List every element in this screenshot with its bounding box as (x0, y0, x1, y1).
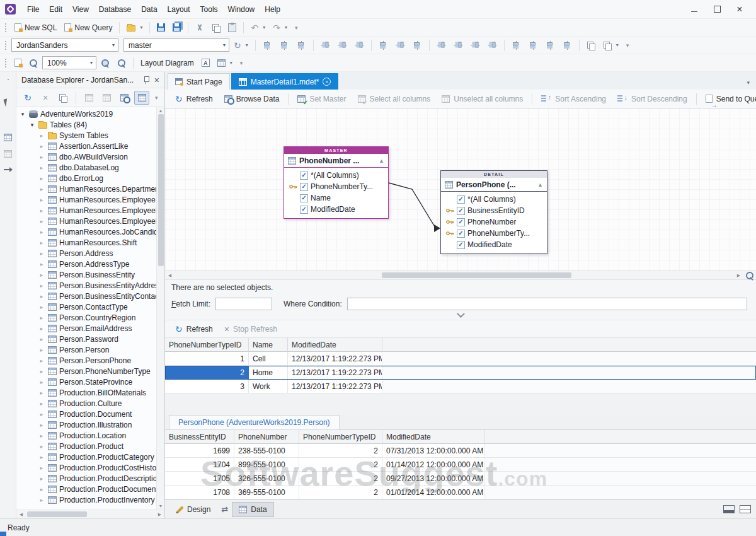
tree-item[interactable]: ▸Person.Password (16, 334, 156, 344)
chevron-collapsed-icon[interactable]: ▸ (38, 250, 45, 257)
new-sql-button[interactable]: New SQL (11, 22, 60, 33)
align-left-edges-button[interactable] (260, 40, 275, 51)
column-checkbox[interactable] (457, 218, 465, 226)
cut-button[interactable] (192, 22, 207, 33)
entity-column-row[interactable]: PhoneNumber (445, 217, 543, 227)
grid-cell[interactable]: 12/13/2017 1:19:22.273 PM (288, 366, 382, 380)
send-to-back-button[interactable] (600, 40, 622, 51)
tree-item[interactable]: ▸Person.PersonPhone (16, 355, 156, 366)
chevron-expanded-icon[interactable]: ▾ (19, 111, 26, 117)
column-checkbox[interactable] (457, 207, 465, 215)
align-middles-button[interactable] (335, 40, 350, 51)
increase-vertical-spacing-button[interactable] (525, 40, 541, 51)
undo-button[interactable]: ↶ (248, 22, 268, 33)
scroll-left-icon[interactable]: ◀ (165, 273, 175, 278)
explorer-horizontal-scrollbar[interactable]: ◀ ▶ (16, 510, 164, 518)
chevron-collapsed-icon[interactable]: ▸ (38, 143, 45, 149)
grid-cell[interactable]: 2 (299, 458, 382, 472)
entity-column-row[interactable]: BusinessEntityID (445, 206, 543, 216)
unselect-all-columns-button[interactable]: Unselect all columns (437, 93, 528, 105)
diagram-canvas[interactable]: MASTER PhoneNumber ... ▲ *(All Columns)P… (165, 108, 756, 271)
select-all-columns-button[interactable]: Select all columns (353, 93, 436, 105)
tree-item[interactable]: ▸Person.CountryRegion (16, 312, 156, 323)
entity-column-row[interactable]: ModifiedDate (288, 204, 384, 214)
sort-ascending-button[interactable]: Sort Ascending (536, 93, 611, 105)
scroll-right-icon[interactable]: ▶ (734, 273, 743, 278)
distribute-vertically-button[interactable] (508, 40, 524, 51)
open-connection-button[interactable] (123, 22, 146, 33)
where-condition-input[interactable] (347, 298, 747, 310)
distribute-horizontally-button[interactable] (433, 40, 449, 51)
scroll-down-icon[interactable]: ▼ (159, 504, 163, 508)
toolbar-overflow-dropdown[interactable]: ▾ (624, 42, 631, 49)
locate-object-button[interactable] (117, 91, 132, 105)
tree-item[interactable]: ▸HumanResources.Shift (16, 237, 156, 248)
entity-column-row[interactable]: Name (288, 193, 384, 203)
grid-cell[interactable]: 1705 (165, 472, 234, 486)
column-header[interactable]: ModifiedDate (382, 430, 485, 444)
grid-cell[interactable]: 1699 (165, 444, 234, 458)
chevron-collapsed-icon[interactable]: ▸ (38, 272, 45, 278)
tree-item[interactable]: ▸Production.Culture (16, 398, 156, 409)
grid-cell[interactable]: 2 (165, 366, 249, 380)
browse-data-button[interactable]: Browse Data (219, 93, 285, 105)
grid-row[interactable]: 2Home12/13/2017 1:19:22.273 PM (165, 366, 756, 380)
tree-item[interactable]: ▸Production.ProductCostHistor (16, 462, 156, 473)
tree-item[interactable]: ▸Production.ProductCategory (16, 452, 156, 462)
tree-item[interactable]: ▸HumanResources.EmployeeDe (16, 205, 156, 216)
set-master-button[interactable]: Set Master (292, 93, 351, 105)
toolbar-overflow-dropdown[interactable]: ▾ (293, 25, 300, 31)
chevron-collapsed-icon[interactable]: ▸ (38, 175, 45, 182)
column-checkbox[interactable] (457, 241, 465, 249)
tree-item[interactable]: ▸Person.BusinessEntityContact (16, 291, 156, 301)
menu-help[interactable]: Help (260, 3, 285, 16)
tree-item[interactable]: ▸HumanResources.Employee (16, 194, 156, 205)
grid-cell[interactable]: 1708 (165, 486, 234, 499)
align-top-edges-button[interactable] (318, 40, 333, 51)
toolbar-grip[interactable] (7, 78, 9, 81)
tab-design[interactable]: Design (170, 502, 217, 517)
tree-item[interactable]: ▸Person.BusinessEntityAddress (16, 280, 156, 291)
chevron-collapsed-icon[interactable]: ▸ (38, 132, 45, 139)
column-header[interactable]: BusinessEntityID (165, 430, 234, 444)
tree-item[interactable]: ▸System Tables (16, 130, 156, 141)
tree-item[interactable]: ▸dbo.DatabaseLog (16, 162, 156, 173)
tree-item[interactable]: ▸Production.ProductInventory (16, 494, 156, 505)
tree-item[interactable]: ▸Assertion.AssertLike (16, 141, 156, 151)
scroll-right-icon[interactable]: ▶ (155, 512, 164, 517)
tree-item[interactable]: ▸Production.Location (16, 430, 156, 441)
chevron-collapsed-icon[interactable]: ▸ (38, 315, 45, 321)
grid-row[interactable]: 1708369-555-0100201/01/2014 12:00:00.000… (165, 486, 756, 499)
toolbar-overflow-dropdown[interactable]: ▾ (238, 60, 245, 66)
tree-item[interactable]: ▸Production.ProductDescriptio (16, 473, 156, 484)
chevron-collapsed-icon[interactable]: ▸ (38, 325, 45, 332)
decrease-vertical-spacing-button[interactable] (542, 40, 558, 51)
bring-to-front-button[interactable] (583, 40, 598, 51)
chevron-collapsed-icon[interactable]: ▸ (38, 229, 45, 235)
auto-locate-toggle-button[interactable] (134, 91, 149, 105)
grid-cell[interactable]: 369-555-0100 (234, 486, 299, 499)
zoom-level-combo[interactable]: 100% (42, 56, 96, 69)
grid-cell[interactable]: Home (249, 366, 288, 380)
remove-vertical-spacing-button[interactable] (559, 40, 575, 51)
save-all-button[interactable] (169, 22, 184, 33)
tree-item[interactable]: ▸Person.ContactType (16, 301, 156, 312)
tree-item[interactable]: ▸Production.Illustration (16, 419, 156, 430)
entity-column-row[interactable]: PhoneNumberTy... (288, 182, 384, 192)
chevron-collapsed-icon[interactable]: ▸ (38, 336, 45, 342)
explorer-vertical-scrollbar[interactable]: ▲ ▼ (156, 107, 164, 510)
tree-item[interactable]: ▸dbo.AWBuildVersion (16, 151, 156, 162)
connection-combo[interactable]: JordanSanders (11, 38, 118, 52)
menu-file[interactable]: File (22, 3, 44, 16)
chevron-collapsed-icon[interactable]: ▸ (38, 240, 45, 246)
scroll-up-icon[interactable]: ▲ (159, 108, 163, 113)
chevron-collapsed-icon[interactable]: ▸ (38, 486, 45, 492)
align-bottom-edges-button[interactable] (352, 40, 367, 51)
menu-window[interactable]: Window (223, 3, 260, 16)
refresh-button[interactable]: ↻ (20, 91, 35, 105)
close-tab-icon[interactable]: × (323, 78, 331, 86)
tree-item[interactable]: ▸Person.StateProvince (16, 376, 156, 387)
column-checkbox[interactable] (457, 230, 465, 238)
stop-refresh-button[interactable]: ×Stop Refresh (219, 323, 282, 335)
new-query-button[interactable]: New Query (61, 22, 115, 33)
